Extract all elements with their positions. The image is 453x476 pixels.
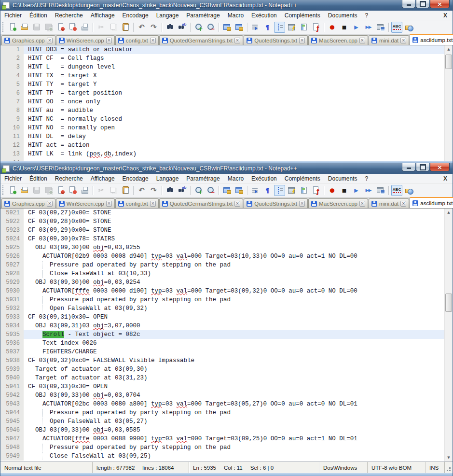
line-number[interactable]: 11 [0,132,24,141]
undo-button[interactable]: ↶ [136,22,147,33]
macro-play-button[interactable]: ▶ [351,185,362,196]
vertical-scrollbar[interactable]: ▲ ▼ [444,209,453,462]
tab-winscreen-cpp[interactable]: WinScreen.cpp× [56,198,115,208]
line-number[interactable]: 5938 [0,356,24,365]
show-all-chars-button[interactable]: ¶ [262,185,273,196]
line-number[interactable]: 5929 [0,278,24,287]
editor-line[interactable]: CF 03(09,33)0x30= OPEN [24,382,444,391]
line-number[interactable]: 5922 [0,217,24,226]
zoom-in-button[interactable] [193,185,204,196]
tab-graphics-cpp[interactable]: Graphics.cpp× [1,35,55,45]
editor-line[interactable]: CF 03(09,29)0x00= STONE [24,226,444,235]
cut-button[interactable]: ✂ [96,22,107,33]
line-number[interactable]: 4 [0,71,24,80]
editor-line[interactable]: FIGHTERS/CHARGE [24,348,444,356]
line-number[interactable]: 5925 [0,243,24,252]
close-file-button[interactable] [55,185,66,196]
macro-record-button[interactable]: ● [327,22,338,33]
tab-close-icon[interactable]: × [299,201,305,207]
menu-item-param-trage[interactable]: Paramétrage [182,11,223,20]
line-number[interactable]: 5944 [0,408,24,417]
menu-item-param-trage[interactable]: Paramétrage [182,174,223,183]
menu-item-recherche[interactable]: Recherche [51,174,87,183]
close-button[interactable]: × [430,163,450,171]
macro-play-button[interactable]: ▶ [351,22,362,33]
line-number[interactable]: 5 [0,80,24,89]
editor-line[interactable]: HINT TX = target X [24,71,444,80]
tab-quotedstrings-txt[interactable]: QuotedStrings.txt× [244,198,308,208]
line-number[interactable]: 5933 [0,313,24,322]
editor-line[interactable]: CF 03(09,30)0x78= STAIRS [24,235,444,243]
macro-record-button[interactable]: ● [327,185,338,196]
editor-line[interactable]: HINT TP = target position [24,89,444,98]
line-number[interactable]: 9 [0,115,24,124]
browser-button[interactable] [403,22,414,33]
tab-asciidump-txt[interactable]: asciidump.txt× [410,34,453,45]
open-folder-button[interactable] [19,185,30,196]
macro-stop-button[interactable]: ■ [339,22,350,33]
line-number[interactable]: 8 [0,106,24,115]
spell-check-button[interactable]: ABC [391,185,402,196]
menu-item-affichage[interactable]: Affichage [87,11,119,20]
menu-item-ex-cution[interactable]: Exécution [247,11,281,20]
maximize-button[interactable] [416,163,429,171]
menu-item-documents[interactable]: Documents [324,11,361,20]
editor-line[interactable]: OBJ 03(09,33)00 obj=0,03,0585 [24,426,444,434]
menu-item-help[interactable]: ? [361,11,372,20]
sync-horizontal-button[interactable] [233,185,245,196]
menu-item-recherche[interactable]: Recherche [51,11,87,20]
tab-asciidump-txt[interactable]: asciidump.txt× [410,197,453,208]
replace-button[interactable] [177,185,188,196]
editor-line[interactable]: Close FalseWall at 03(09,25) [24,452,444,461]
close-file-button[interactable] [55,22,66,33]
line-number[interactable]: 5942 [0,391,24,400]
zoom-out-button[interactable] [205,22,216,33]
sync-horizontal-button[interactable] [233,22,245,33]
save-all-button[interactable] [43,185,54,196]
editor-line[interactable]: CF 03(09,32)0xc0= FALSEWALL Visible Impa… [24,356,444,365]
editor-line[interactable]: HINT DL = delay [24,132,444,141]
editor-line[interactable]: Target of actuator at 03(31,23) [24,374,444,382]
tab-graphics-cpp[interactable]: Graphics.cpp× [1,198,55,208]
line-number[interactable]: 5928 [0,269,24,278]
save-all-button[interactable] [43,22,54,33]
tab-mini-dat[interactable]: mini.dat× [369,35,409,45]
editor-line[interactable]: OBJ 03(09,30)00 obj=0,03,0254 [24,278,444,287]
scrollbar-thumb[interactable] [445,294,452,312]
replace-button[interactable] [177,22,188,33]
editor-line[interactable]: Text index 0026 [24,339,444,348]
tab-config-txt[interactable]: config.txt× [115,35,159,45]
line-number[interactable]: 6 [0,89,24,98]
macro-stop-button[interactable]: ■ [339,185,350,196]
editor-line[interactable]: OBJ 03(09,31)03 obj=3,07,0000 [24,322,444,330]
tab-close-icon[interactable]: × [150,201,156,207]
line-number[interactable]: 5921 [0,209,24,217]
line-number[interactable]: 5941 [0,382,24,391]
editor-line[interactable]: ACTUATOR[fffe 0003 0088 9900] typ=03 val… [24,434,444,443]
find-button[interactable] [165,22,176,33]
line-number[interactable]: 2 [0,54,24,63]
editor-line[interactable]: MMMMMMMMMMMMMMM MMMMMMM MMMMMMMMMMMMMMMM… [24,158,444,161]
zoom-out-button[interactable] [205,185,216,196]
menu-item-dition[interactable]: Édition [26,174,51,183]
browser-button[interactable] [403,185,414,196]
line-number[interactable]: 5947 [0,434,24,443]
user-defined-language-button[interactable] [286,22,297,33]
editor-line[interactable]: HINT NC = normally closed [24,115,444,124]
paste-button[interactable] [120,185,131,196]
tab-winscreen-cpp[interactable]: WinScreen.cpp× [56,35,115,45]
tab-macscreen-cpp[interactable]: MacScreen.cpp× [308,198,368,208]
line-number[interactable]: 5940 [0,374,24,382]
editor-line[interactable]: Close FalseWall at 03(10,33) [24,269,444,278]
scrollbar-thumb[interactable] [445,55,452,69]
tab-close-icon[interactable]: × [47,38,53,43]
editor-line[interactable]: HINT NO = normally open [24,124,444,132]
indent-guide-button[interactable] [274,22,285,33]
line-number[interactable]: 13 [0,150,24,158]
line-number[interactable]: 5945 [0,417,24,426]
maximize-button[interactable] [416,0,429,8]
line-number[interactable]: 5923 [0,226,24,235]
editor-line[interactable]: CF 03(09,31)0x30= OPEN [24,313,444,322]
macro-save-button[interactable] [375,22,386,33]
minimize-button[interactable] [402,163,415,171]
